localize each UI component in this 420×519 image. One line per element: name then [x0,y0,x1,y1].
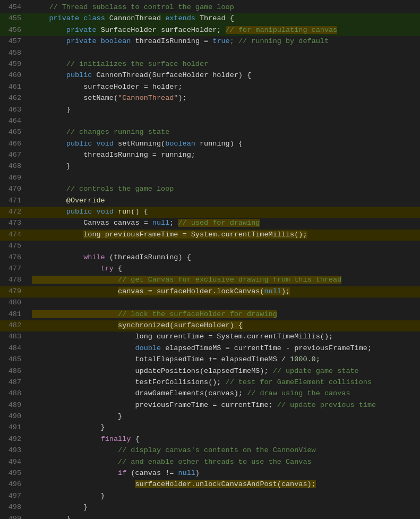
code-line: 462 setName("CannonThread"); [0,93,420,104]
line-code: surfaceHolder = holder; [28,82,420,93]
line-number: 485 [0,354,28,365]
code-line: 461 surfaceHolder = holder; [0,82,420,93]
line-code [28,48,420,59]
line-number: 459 [0,59,28,70]
code-line: 489 previousFrameTime = currentTime; // … [0,400,420,411]
line-number: 470 [0,184,28,195]
code-line: 468 } [0,161,420,172]
code-line: 473 Canvas canvas = null; // used for dr… [0,218,420,229]
line-code: } [28,514,420,519]
line-number: 477 [0,263,28,275]
line-code: testForCollisions(); // test for GameEle… [28,377,420,388]
line-number: 464 [0,116,28,127]
code-editor: 454 // Thread subclass to control the ga… [0,0,420,519]
line-number: 496 [0,479,28,490]
line-number: 475 [0,241,28,252]
line-code [28,116,420,127]
line-code: } [28,502,420,513]
line-code: long currentTime = System.currentTimeMil… [28,331,420,343]
line-number: 479 [0,286,28,297]
line-code: // controls the game loop [28,184,420,195]
line-number: 488 [0,388,28,399]
line-number: 460 [0,70,28,81]
line-number: 455 [0,13,28,24]
line-code: // Thread subclass to control the game l… [28,2,420,13]
line-code: } [28,422,420,433]
code-line: 456 private SurfaceHolder surfaceHolder;… [0,25,420,36]
code-line: 474 long previousFrameTime = System.curr… [0,229,420,241]
line-code: // display canvas's contents on the Cann… [28,445,420,456]
line-code: public CannonThread(SurfaceHolder holder… [28,70,420,81]
line-number: 486 [0,366,28,377]
line-code: drawGameElements(canvas); // draw using … [28,388,420,399]
line-code: // changes running state [28,127,420,138]
code-line: 484 double elapsedTimeMS = currentTime -… [0,343,420,354]
code-line: 469 [0,173,420,184]
code-line: 458 [0,48,420,59]
code-line: 499 } [0,514,420,519]
code-line: 494 // and enable other threads to use t… [0,457,420,468]
code-line: 483 long currentTime = System.currentTim… [0,331,420,343]
code-line: 470 // controls the game loop [0,184,420,195]
code-line: 491 } [0,422,420,433]
code-line: 479 canvas = surfaceHolder.lockCanvas(nu… [0,286,420,297]
line-code: // and enable other threads to use the C… [28,457,420,468]
code-line: 466 public void setRunning(boolean runni… [0,139,420,150]
line-number: 468 [0,161,28,172]
line-number: 493 [0,445,28,456]
line-number: 494 [0,457,28,468]
code-line: 464 [0,116,420,127]
line-code: @Override [28,195,420,207]
line-number: 458 [0,48,28,59]
line-code: private class CannonThread extends Threa… [28,13,420,24]
line-number: 461 [0,82,28,93]
line-code: updatePositions(elapsedTimeMS); // updat… [28,366,420,377]
line-code: } [28,161,420,172]
line-number: 471 [0,195,28,207]
code-line: 490 } [0,411,420,422]
code-line: 498 } [0,502,420,513]
code-line: 465 // changes running state [0,127,420,138]
line-code: public void setRunning(boolean running) … [28,139,420,150]
code-line: 472 public void run() { [0,207,420,218]
line-number: 483 [0,331,28,343]
line-code: threadIsRunning = running; [28,150,420,161]
code-line: 455 private class CannonThread extends T… [0,13,420,24]
code-line: 496 surfaceHolder.unlockCanvasAndPost(ca… [0,479,420,490]
line-number: 473 [0,218,28,229]
line-code: // lock the surfaceHolder for drawing [28,309,420,320]
code-line: 493 // display canvas's contents on the … [0,445,420,456]
line-number: 499 [0,514,28,519]
code-line: 487 testForCollisions(); // test for Gam… [0,377,420,388]
code-line: 495 if (canvas != null) [0,468,420,479]
line-number: 497 [0,491,28,502]
line-code: } [28,491,420,502]
line-code: private SurfaceHolder surfaceHolder; // … [28,25,420,36]
line-number: 484 [0,343,28,354]
line-number: 498 [0,502,28,513]
line-code: } [28,411,420,422]
line-number: 481 [0,309,28,320]
line-code: double elapsedTimeMS = currentTime - pre… [28,343,420,354]
line-number: 489 [0,400,28,411]
line-code [28,297,420,309]
code-line: 478 // get Canvas for exclusive drawing … [0,275,420,286]
code-line: 485 totalElapsedTime += elapsedTimeMS / … [0,354,420,365]
line-code: totalElapsedTime += elapsedTimeMS / 1000… [28,354,420,365]
line-code: previousFrameTime = currentTime; // upda… [28,400,420,411]
line-code: finally { [28,434,420,445]
code-line: 486 updatePositions(elapsedTimeMS); // u… [0,366,420,377]
line-number: 476 [0,252,28,263]
code-line: 454 // Thread subclass to control the ga… [0,2,420,13]
line-code: synchronized(surfaceHolder) { [28,320,420,331]
line-code: canvas = surfaceHolder.lockCanvas(null); [28,286,420,297]
code-line: 457 private boolean threadIsRunning = tr… [0,36,420,47]
line-number: 462 [0,93,28,104]
code-line: 492 finally { [0,434,420,445]
line-code: try { [28,263,420,275]
line-code: surfaceHolder.unlockCanvasAndPost(canvas… [28,479,420,490]
line-number: 478 [0,275,28,286]
code-line: 481 // lock the surfaceHolder for drawin… [0,309,420,320]
line-code: public void run() { [28,207,420,218]
code-line: 467 threadIsRunning = running; [0,150,420,161]
